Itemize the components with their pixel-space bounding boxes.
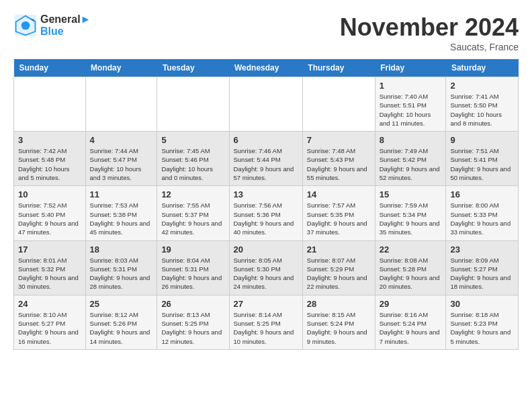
day-number: 26 [161, 299, 224, 309]
day-number: 3 [18, 135, 81, 145]
day-info: Sunrise: 8:14 AM Sunset: 5:25 PM Dayligh… [234, 310, 298, 346]
day-info: Sunrise: 7:51 AM Sunset: 5:41 PM Dayligh… [450, 146, 514, 182]
day-info: Sunrise: 7:56 AM Sunset: 5:36 PM Dayligh… [234, 201, 298, 236]
calendar-cell: 1Sunrise: 7:40 AM Sunset: 5:51 PM Daylig… [375, 77, 446, 132]
day-number: 7 [307, 135, 371, 145]
calendar-cell [157, 77, 229, 132]
day-info: Sunrise: 7:48 AM Sunset: 5:43 PM Dayligh… [307, 146, 371, 182]
day-info: Sunrise: 8:09 AM Sunset: 5:27 PM Dayligh… [450, 256, 514, 291]
calendar-cell: 28Sunrise: 8:15 AM Sunset: 5:24 PM Dayli… [302, 295, 375, 349]
day-number: 8 [380, 135, 442, 145]
day-info: Sunrise: 7:46 AM Sunset: 5:44 PM Dayligh… [234, 146, 298, 182]
day-info: Sunrise: 7:42 AM Sunset: 5:48 PM Dayligh… [18, 146, 81, 182]
day-number: 6 [234, 135, 298, 145]
day-info: Sunrise: 7:59 AM Sunset: 5:34 PM Dayligh… [380, 201, 442, 236]
calendar-cell: 14Sunrise: 7:57 AM Sunset: 5:35 PM Dayli… [302, 186, 375, 240]
logo-text: General► Blue [40, 13, 91, 38]
calendar-cell: 25Sunrise: 8:12 AM Sunset: 5:26 PM Dayli… [85, 295, 157, 349]
day-number: 23 [450, 244, 514, 255]
calendar-cell: 17Sunrise: 8:01 AM Sunset: 5:32 PM Dayli… [14, 240, 86, 295]
svg-point-2 [21, 21, 30, 30]
day-info: Sunrise: 8:15 AM Sunset: 5:24 PM Dayligh… [307, 310, 371, 346]
day-number: 28 [307, 299, 371, 309]
day-info: Sunrise: 8:16 AM Sunset: 5:24 PM Dayligh… [380, 310, 442, 346]
day-info: Sunrise: 7:53 AM Sunset: 5:38 PM Dayligh… [90, 201, 153, 236]
day-info: Sunrise: 8:18 AM Sunset: 5:23 PM Dayligh… [450, 310, 514, 346]
day-number: 13 [234, 189, 298, 199]
week-row-2: 3Sunrise: 7:42 AM Sunset: 5:48 PM Daylig… [14, 132, 519, 186]
title-area: November 2024 Saucats, France [340, 13, 519, 52]
weekday-header-thursday: Thursday [302, 59, 375, 77]
calendar-cell: 15Sunrise: 7:59 AM Sunset: 5:34 PM Dayli… [375, 186, 446, 240]
day-number: 17 [18, 244, 81, 255]
calendar-cell: 29Sunrise: 8:16 AM Sunset: 5:24 PM Dayli… [375, 295, 446, 349]
day-info: Sunrise: 7:40 AM Sunset: 5:51 PM Dayligh… [380, 92, 442, 128]
calendar-cell: 5Sunrise: 7:45 AM Sunset: 5:46 PM Daylig… [157, 132, 229, 186]
month-title: November 2024 [340, 13, 519, 42]
day-number: 4 [90, 135, 153, 145]
day-number: 22 [380, 244, 442, 255]
weekday-header-friday: Friday [375, 59, 446, 77]
week-row-4: 17Sunrise: 8:01 AM Sunset: 5:32 PM Dayli… [14, 240, 519, 295]
calendar-cell [229, 77, 302, 132]
calendar-cell: 21Sunrise: 8:07 AM Sunset: 5:29 PM Dayli… [302, 240, 375, 295]
day-number: 11 [90, 189, 153, 199]
week-row-1: 1Sunrise: 7:40 AM Sunset: 5:51 PM Daylig… [14, 77, 519, 132]
weekday-header-monday: Monday [85, 59, 157, 77]
weekday-header-wednesday: Wednesday [229, 59, 302, 77]
logo-icon [13, 13, 38, 38]
calendar-cell: 9Sunrise: 7:51 AM Sunset: 5:41 PM Daylig… [446, 132, 519, 186]
calendar-cell: 11Sunrise: 7:53 AM Sunset: 5:38 PM Dayli… [85, 186, 157, 240]
day-info: Sunrise: 8:01 AM Sunset: 5:32 PM Dayligh… [18, 256, 81, 291]
calendar-table: SundayMondayTuesdayWednesdayThursdayFrid… [13, 59, 519, 350]
calendar-cell [14, 77, 86, 132]
day-number: 15 [380, 189, 442, 199]
day-info: Sunrise: 7:55 AM Sunset: 5:37 PM Dayligh… [161, 201, 224, 236]
calendar-cell [85, 77, 157, 132]
day-info: Sunrise: 8:04 AM Sunset: 5:31 PM Dayligh… [161, 256, 224, 291]
day-info: Sunrise: 8:03 AM Sunset: 5:31 PM Dayligh… [90, 256, 153, 291]
calendar-cell: 10Sunrise: 7:52 AM Sunset: 5:40 PM Dayli… [14, 186, 86, 240]
day-info: Sunrise: 7:52 AM Sunset: 5:40 PM Dayligh… [18, 201, 81, 236]
day-number: 29 [380, 299, 442, 309]
day-info: Sunrise: 7:44 AM Sunset: 5:47 PM Dayligh… [90, 146, 153, 182]
calendar-cell: 7Sunrise: 7:48 AM Sunset: 5:43 PM Daylig… [302, 132, 375, 186]
day-info: Sunrise: 7:57 AM Sunset: 5:35 PM Dayligh… [307, 201, 371, 236]
day-info: Sunrise: 8:08 AM Sunset: 5:28 PM Dayligh… [380, 256, 442, 291]
day-info: Sunrise: 7:41 AM Sunset: 5:50 PM Dayligh… [450, 92, 514, 128]
calendar-cell: 6Sunrise: 7:46 AM Sunset: 5:44 PM Daylig… [229, 132, 302, 186]
day-info: Sunrise: 8:12 AM Sunset: 5:26 PM Dayligh… [90, 310, 153, 346]
calendar-cell: 13Sunrise: 7:56 AM Sunset: 5:36 PM Dayli… [229, 186, 302, 240]
week-row-3: 10Sunrise: 7:52 AM Sunset: 5:40 PM Dayli… [14, 186, 519, 240]
day-number: 27 [234, 299, 298, 309]
day-info: Sunrise: 7:49 AM Sunset: 5:42 PM Dayligh… [380, 146, 442, 182]
calendar-cell: 30Sunrise: 8:18 AM Sunset: 5:23 PM Dayli… [446, 295, 519, 349]
day-number: 20 [234, 244, 298, 255]
weekday-header-saturday: Saturday [446, 59, 519, 77]
day-number: 30 [450, 299, 514, 309]
day-number: 16 [450, 189, 514, 199]
weekday-header-sunday: Sunday [14, 59, 86, 77]
calendar-cell: 24Sunrise: 8:10 AM Sunset: 5:27 PM Dayli… [14, 295, 86, 349]
page-header: General► Blue November 2024 Saucats, Fra… [13, 13, 519, 52]
day-number: 12 [161, 189, 224, 199]
weekday-header-row: SundayMondayTuesdayWednesdayThursdayFrid… [14, 59, 519, 77]
calendar-cell: 27Sunrise: 8:14 AM Sunset: 5:25 PM Dayli… [229, 295, 302, 349]
day-number: 2 [450, 81, 514, 91]
day-number: 14 [307, 189, 371, 199]
day-number: 10 [18, 189, 81, 199]
calendar-cell: 23Sunrise: 8:09 AM Sunset: 5:27 PM Dayli… [446, 240, 519, 295]
day-info: Sunrise: 8:10 AM Sunset: 5:27 PM Dayligh… [18, 310, 81, 346]
calendar-cell: 8Sunrise: 7:49 AM Sunset: 5:42 PM Daylig… [375, 132, 446, 186]
calendar-cell: 19Sunrise: 8:04 AM Sunset: 5:31 PM Dayli… [157, 240, 229, 295]
calendar-cell [302, 77, 375, 132]
calendar-cell: 20Sunrise: 8:05 AM Sunset: 5:30 PM Dayli… [229, 240, 302, 295]
day-number: 19 [161, 244, 224, 255]
day-info: Sunrise: 8:13 AM Sunset: 5:25 PM Dayligh… [161, 310, 224, 346]
day-number: 9 [450, 135, 514, 145]
day-info: Sunrise: 8:05 AM Sunset: 5:30 PM Dayligh… [234, 256, 298, 291]
day-number: 25 [90, 299, 153, 309]
day-number: 24 [18, 299, 81, 309]
calendar-cell: 2Sunrise: 7:41 AM Sunset: 5:50 PM Daylig… [446, 77, 519, 132]
logo: General► Blue [13, 13, 91, 38]
